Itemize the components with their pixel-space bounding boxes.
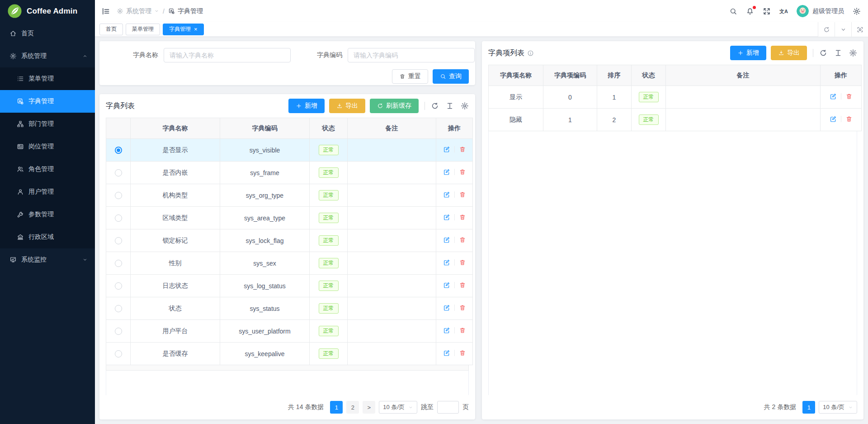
- table-row[interactable]: 日志状态 sys_log_status 正常: [106, 275, 473, 297]
- brand-logo[interactable]: Coffee Admin: [0, 0, 95, 22]
- row-radio[interactable]: [115, 282, 122, 290]
- row-radio[interactable]: [115, 350, 122, 357]
- table-row[interactable]: 是否显示 sys_visible 正常: [106, 139, 473, 162]
- user-dropdown[interactable]: 超级管理员: [797, 5, 844, 17]
- item-add-button[interactable]: 新增: [730, 46, 766, 60]
- jump-page-input[interactable]: [437, 401, 459, 414]
- sidebar-item-system-mgmt[interactable]: 系统管理: [0, 45, 95, 67]
- settings-gear-icon[interactable]: [853, 7, 861, 15]
- delete-icon[interactable]: [459, 236, 466, 243]
- delete-icon[interactable]: [459, 304, 466, 311]
- tab-menu-mgmt[interactable]: 菜单管理: [126, 24, 160, 35]
- delete-icon[interactable]: [845, 93, 853, 100]
- reset-button[interactable]: 重置: [392, 69, 428, 84]
- menu-fold-icon[interactable]: [101, 7, 110, 16]
- delete-icon[interactable]: [459, 259, 466, 266]
- table-row[interactable]: 机构类型 sys_org_type 正常: [106, 184, 473, 207]
- delete-icon[interactable]: [459, 281, 466, 289]
- edit-icon[interactable]: [443, 146, 450, 153]
- sidebar-item-menu-mgmt[interactable]: 菜单管理: [0, 67, 95, 90]
- table-row[interactable]: 状态 sys_status 正常: [106, 297, 473, 320]
- row-radio[interactable]: [115, 214, 122, 222]
- edit-icon[interactable]: [443, 259, 450, 266]
- refresh-cache-button[interactable]: 刷新缓存: [370, 99, 419, 113]
- sidebar-item-dept-mgmt[interactable]: 部门管理: [0, 113, 95, 135]
- edit-icon[interactable]: [443, 349, 450, 357]
- table-row[interactable]: 锁定标记 sys_lock_flag 正常: [106, 229, 473, 252]
- close-icon[interactable]: ×: [194, 26, 198, 32]
- refresh-table-icon[interactable]: [431, 102, 439, 110]
- row-radio[interactable]: [115, 328, 122, 335]
- delete-icon[interactable]: [459, 168, 466, 176]
- dict-export-button[interactable]: 导出: [329, 99, 365, 113]
- page-size-select[interactable]: 10 条/页: [379, 401, 417, 414]
- info-icon[interactable]: [527, 50, 534, 57]
- fullscreen-icon[interactable]: [763, 7, 771, 15]
- row-height-icon[interactable]: [834, 49, 842, 57]
- delete-icon[interactable]: [459, 349, 466, 357]
- table-row[interactable]: 是否缓存 sys_keepalive 正常: [106, 343, 473, 365]
- row-radio[interactable]: [115, 237, 122, 244]
- refresh-tab-icon[interactable]: [818, 22, 835, 37]
- search-icon[interactable]: [729, 7, 737, 15]
- delete-icon[interactable]: [459, 191, 466, 198]
- delete-icon[interactable]: [845, 115, 853, 123]
- item-export-button[interactable]: 导出: [771, 46, 807, 60]
- row-radio[interactable]: [115, 169, 122, 176]
- bell-icon[interactable]: [746, 7, 754, 15]
- edit-icon[interactable]: [443, 236, 450, 243]
- delete-icon[interactable]: [459, 146, 466, 153]
- sidebar-item-system-monitor[interactable]: 系统监控: [0, 248, 95, 271]
- page-button-1[interactable]: 1: [330, 401, 343, 414]
- edit-icon[interactable]: [443, 281, 450, 289]
- column-settings-gear-icon[interactable]: [461, 102, 469, 110]
- sidebar-item-role-mgmt[interactable]: 角色管理: [0, 158, 95, 181]
- page-button-2[interactable]: 2: [346, 401, 359, 414]
- table-row[interactable]: 是否内嵌 sys_frame 正常: [106, 162, 473, 184]
- dict-add-button[interactable]: 新增: [288, 99, 325, 113]
- breadcrumb-section[interactable]: 系统管理: [117, 7, 159, 15]
- edit-icon[interactable]: [443, 191, 450, 198]
- delete-icon[interactable]: [459, 214, 466, 221]
- sidebar-item-user-mgmt[interactable]: 用户管理: [0, 181, 95, 203]
- translate-icon[interactable]: 文A: [779, 9, 788, 14]
- column-settings-gear-icon[interactable]: [849, 49, 857, 57]
- sidebar-item-home[interactable]: 首页: [0, 22, 95, 45]
- table-row[interactable]: 用户平台 sys_user_platform 正常: [106, 320, 473, 343]
- table-row[interactable]: 区域类型 sys_area_type 正常: [106, 207, 473, 229]
- table-row[interactable]: 性别 sys_sex 正常: [106, 252, 473, 275]
- next-page-button[interactable]: >: [363, 401, 375, 414]
- tab-dict-mgmt[interactable]: 字典管理 ×: [163, 24, 204, 35]
- status-badge: 正常: [319, 258, 339, 269]
- page-button-1[interactable]: 1: [802, 401, 815, 414]
- tab-list-chevron-icon[interactable]: [835, 22, 851, 37]
- search-icon: [440, 73, 446, 80]
- sidebar-item-param-mgmt[interactable]: 参数管理: [0, 203, 95, 226]
- table-row[interactable]: 隐藏 1 2 正常: [489, 109, 862, 131]
- page-size-select[interactable]: 10 条/页: [819, 401, 857, 414]
- table-row[interactable]: 显示 0 1 正常: [489, 86, 862, 109]
- edit-icon[interactable]: [443, 168, 450, 176]
- maximize-icon[interactable]: [851, 22, 868, 37]
- sidebar-item-dict-mgmt[interactable]: 字典管理: [0, 90, 95, 113]
- refresh-table-icon[interactable]: [819, 49, 827, 57]
- row-height-icon[interactable]: [446, 102, 454, 110]
- edit-icon[interactable]: [830, 93, 837, 100]
- row-radio[interactable]: [115, 260, 122, 267]
- edit-icon[interactable]: [830, 115, 837, 123]
- tab-home[interactable]: 首页: [99, 24, 123, 35]
- roles-icon: [17, 166, 24, 173]
- sidebar-item-admin-region[interactable]: 行政区域: [0, 226, 95, 248]
- row-radio[interactable]: [115, 147, 122, 154]
- edit-icon[interactable]: [443, 304, 450, 311]
- query-button[interactable]: 查询: [433, 69, 469, 84]
- row-radio[interactable]: [115, 192, 122, 199]
- dict-code-input[interactable]: [348, 48, 475, 62]
- edit-icon[interactable]: [443, 327, 450, 334]
- row-radio[interactable]: [115, 305, 122, 312]
- sidebar-item-post-mgmt[interactable]: 岗位管理: [0, 135, 95, 158]
- status-badge: 正常: [319, 190, 339, 201]
- delete-icon[interactable]: [459, 327, 466, 334]
- dict-name-input[interactable]: [164, 48, 291, 62]
- edit-icon[interactable]: [443, 214, 450, 221]
